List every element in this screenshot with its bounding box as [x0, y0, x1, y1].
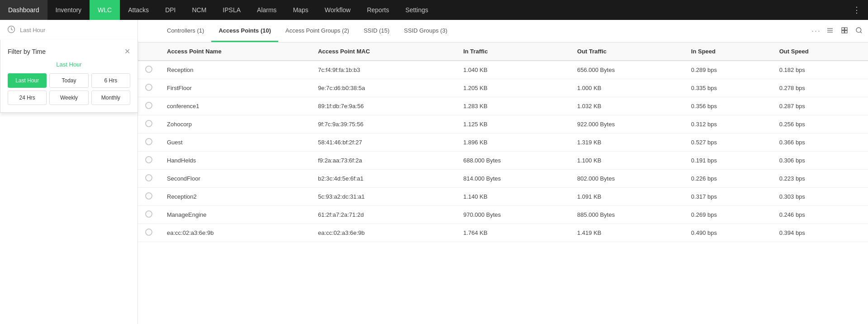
cell-name-2: conference1 [160, 97, 311, 115]
cell-in-traffic-8: 970.000 Bytes [456, 206, 570, 224]
filter-close-button[interactable]: ✕ [124, 47, 130, 56]
filter-6hrs-button[interactable]: 6 Hrs [91, 73, 130, 88]
cell-mac-8: 61:2f:a7:2a:71:2d [311, 206, 456, 224]
access-points-table: Access Point Name Access Point MAC In Tr… [138, 43, 868, 242]
cell-in-traffic-9: 1.764 KB [456, 224, 570, 242]
table-row: SecondFloor b2:3c:4d:5e:6f:a1 814.000 By… [138, 170, 868, 188]
cell-name-4: Guest [160, 133, 311, 152]
nav-maps[interactable]: Maps [285, 0, 317, 20]
nav-ipsla[interactable]: IPSLA [214, 0, 249, 20]
tab-ssid-groups[interactable]: SSID Groups (3) [397, 20, 455, 42]
cell-mac-6: b2:3c:4d:5e:6f:a1 [311, 170, 456, 188]
cell-out-speed-2: 0.287 bps [772, 97, 868, 115]
nav-alarms[interactable]: Alarms [249, 0, 285, 20]
filter-monthly-button[interactable]: Monthly [91, 91, 130, 105]
cell-in-traffic-4: 1.896 KB [456, 133, 570, 152]
nav-inventory[interactable]: Inventory [47, 0, 90, 20]
cell-in-traffic-7: 1.140 KB [456, 188, 570, 206]
filter-header: Filter by Time ✕ [8, 47, 130, 56]
left-panel: Last Hour Filter by Time ✕ Last Hour Las… [0, 20, 138, 324]
radio-button-7[interactable] [145, 192, 152, 200]
filter-dropdown: Filter by Time ✕ Last Hour Last Hour Tod… [0, 40, 138, 113]
filter-24hrs-button[interactable]: 24 Hrs [8, 91, 47, 105]
main-content: Last Hour Filter by Time ✕ Last Hour Las… [0, 20, 868, 324]
table-row: Reception 7c:f4:9f:fa:1b:b3 1.040 KB 656… [138, 61, 868, 79]
list-view-button[interactable] [825, 25, 835, 38]
row-selector-2[interactable] [138, 97, 160, 115]
tab-access-points[interactable]: Access Points (10) [211, 20, 278, 42]
nav-reports[interactable]: Reports [359, 0, 397, 20]
tabs-more-dots[interactable]: ··· [808, 26, 825, 36]
cell-in-speed-8: 0.269 bps [684, 206, 772, 224]
nav-dpi[interactable]: DPI [157, 0, 184, 20]
cell-in-traffic-5: 688.000 Bytes [456, 152, 570, 170]
radio-button-2[interactable] [145, 102, 152, 109]
cell-in-traffic-3: 1.125 KB [456, 115, 570, 133]
cell-in-speed-6: 0.226 bps [684, 170, 772, 188]
row-selector-4[interactable] [138, 133, 160, 152]
row-selector-5[interactable] [138, 152, 160, 170]
selector-column-header [138, 43, 160, 61]
table-row: Guest 58:41:46:bf:2f:27 1.896 KB 1.319 K… [138, 133, 868, 152]
row-selector-6[interactable] [138, 170, 160, 188]
row-selector-0[interactable] [138, 61, 160, 79]
grid-view-button[interactable] [839, 25, 850, 38]
cell-out-speed-0: 0.182 bps [772, 61, 868, 79]
svg-point-8 [856, 28, 861, 33]
cell-name-8: ManageEngine [160, 206, 311, 224]
radio-button-6[interactable] [145, 174, 152, 181]
cell-in-speed-5: 0.191 bps [684, 152, 772, 170]
time-filter-header[interactable]: Last Hour [0, 20, 138, 40]
cell-in-speed-0: 0.289 bps [684, 61, 772, 79]
svg-line-9 [860, 32, 862, 33]
col-header-out-traffic: Out Traffic [570, 43, 684, 61]
row-selector-9[interactable] [138, 224, 160, 242]
radio-button-8[interactable] [145, 210, 152, 218]
cell-in-speed-7: 0.317 bps [684, 188, 772, 206]
col-header-out-speed: Out Speed [772, 43, 868, 61]
row-selector-7[interactable] [138, 188, 160, 206]
cell-out-speed-5: 0.306 bps [772, 152, 868, 170]
cell-name-3: Zohocorp [160, 115, 311, 133]
nav-dashboard[interactable]: Dashboard [0, 0, 47, 20]
tab-controllers[interactable]: Controllers (1) [160, 20, 211, 42]
cell-out-traffic-9: 1.419 KB [570, 224, 684, 242]
tab-ssid[interactable]: SSID (15) [356, 20, 397, 42]
svg-rect-7 [845, 30, 847, 33]
cell-out-traffic-4: 1.319 KB [570, 133, 684, 152]
radio-button-0[interactable] [145, 66, 152, 73]
nav-settings[interactable]: Settings [397, 0, 436, 20]
cell-out-traffic-2: 1.032 KB [570, 97, 684, 115]
row-selector-1[interactable] [138, 79, 160, 97]
nav-wlc[interactable]: WLC [90, 0, 120, 20]
radio-button-9[interactable] [145, 229, 152, 236]
cell-out-speed-7: 0.303 bps [772, 188, 868, 206]
filter-today-button[interactable]: Today [49, 73, 88, 88]
nav-more-button[interactable]: ⋮ [845, 0, 868, 20]
col-header-in-speed: In Speed [684, 43, 772, 61]
cell-mac-9: ea:cc:02:a3:6e:9b [311, 224, 456, 242]
filter-weekly-button[interactable]: Weekly [49, 91, 88, 105]
cell-in-speed-2: 0.356 bps [684, 97, 772, 115]
cell-name-0: Reception [160, 61, 311, 79]
top-navigation: Dashboard Inventory WLC Attacks DPI NCM … [0, 0, 868, 20]
col-header-in-traffic: In Traffic [456, 43, 570, 61]
radio-button-3[interactable] [145, 120, 152, 127]
cell-out-speed-1: 0.278 bps [772, 79, 868, 97]
filter-last-hour-button[interactable]: Last Hour [8, 73, 47, 88]
cell-in-speed-9: 0.490 bps [684, 224, 772, 242]
nav-attacks[interactable]: Attacks [120, 0, 157, 20]
col-header-name: Access Point Name [160, 43, 311, 61]
radio-button-1[interactable] [145, 84, 152, 91]
table-header-row: Access Point Name Access Point MAC In Tr… [138, 43, 868, 61]
nav-workflow[interactable]: Workflow [317, 0, 359, 20]
data-table-container: Access Point Name Access Point MAC In Tr… [138, 43, 868, 324]
tab-access-point-groups[interactable]: Access Point Groups (2) [278, 20, 356, 42]
radio-button-4[interactable] [145, 138, 152, 145]
nav-ncm[interactable]: NCM [184, 0, 214, 20]
row-selector-8[interactable] [138, 206, 160, 224]
row-selector-3[interactable] [138, 115, 160, 133]
tabs-actions [825, 25, 864, 38]
search-button[interactable] [854, 25, 864, 38]
radio-button-5[interactable] [145, 156, 152, 163]
